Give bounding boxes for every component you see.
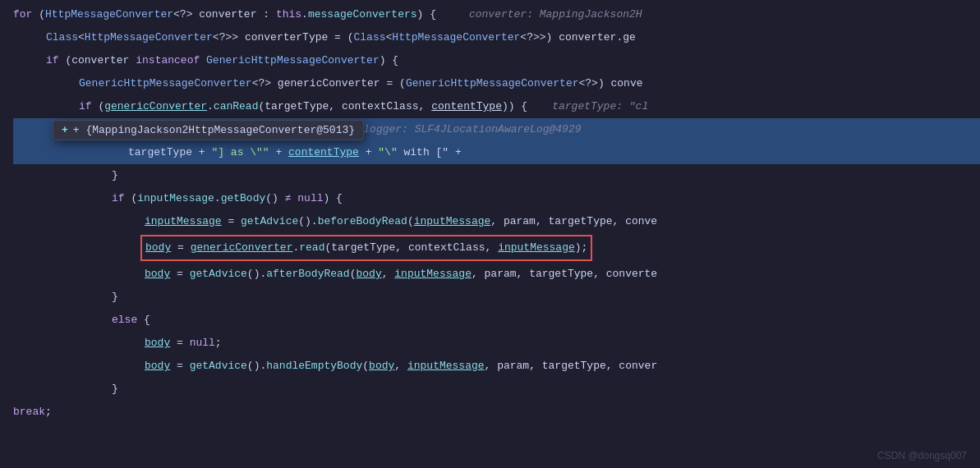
code-editor: for ( HttpMessageConverter <?> converter…	[0, 0, 980, 468]
code-line-9: inputMessage = getAdvice (). beforeBodyR…	[13, 210, 980, 233]
tooltip-expand-icon: +	[62, 124, 68, 136]
code-line-15: body = getAdvice (). handleEmptyBody ( b…	[13, 355, 980, 378]
highlighted-section: if (logg ▲ isDebugEnabled ()) { logger: …	[13, 118, 980, 164]
code-line-17: break ;	[13, 401, 980, 424]
code-line-10: body = genericConverter . read (targetTy…	[145, 236, 587, 259]
code-line-4: GenericHttpMessageConverter <?> genericC…	[13, 72, 980, 95]
watermark: CSDN @dongsq007	[877, 450, 967, 461]
keyword-for: for	[13, 4, 32, 25]
code-line-12: }	[13, 286, 980, 309]
code-line-11: body = getAdvice (). afterBodyRead ( bod…	[13, 263, 980, 286]
code-line-6b: targetType + "] as \"" + contentType + "…	[13, 141, 980, 164]
code-line-1: for ( HttpMessageConverter <?> converter…	[13, 3, 980, 26]
code-line-16: }	[13, 378, 980, 401]
code-line-2: Class < HttpMessageConverter <?>> conver…	[13, 26, 980, 49]
code-line-7: }	[13, 164, 980, 187]
code-line-5: if ( genericConverter . canRead ( target…	[13, 95, 980, 118]
tooltip-content: + {MappingJackson2HttpMessageConverter@5…	[73, 124, 355, 136]
tooltip-popup[interactable]: + + {MappingJackson2HttpMessageConverter…	[53, 120, 364, 140]
code-line-13: else {	[13, 309, 980, 332]
code-line-14: body = null ;	[13, 332, 980, 355]
code-line-3: if (converter instanceof GenericHttpMess…	[13, 49, 980, 72]
boxed-line: body = genericConverter . read (targetTy…	[140, 235, 592, 261]
keyword-with: with	[404, 142, 430, 163]
code-line-8: if ( inputMessage . getBody () ≠ null ) …	[13, 187, 980, 210]
